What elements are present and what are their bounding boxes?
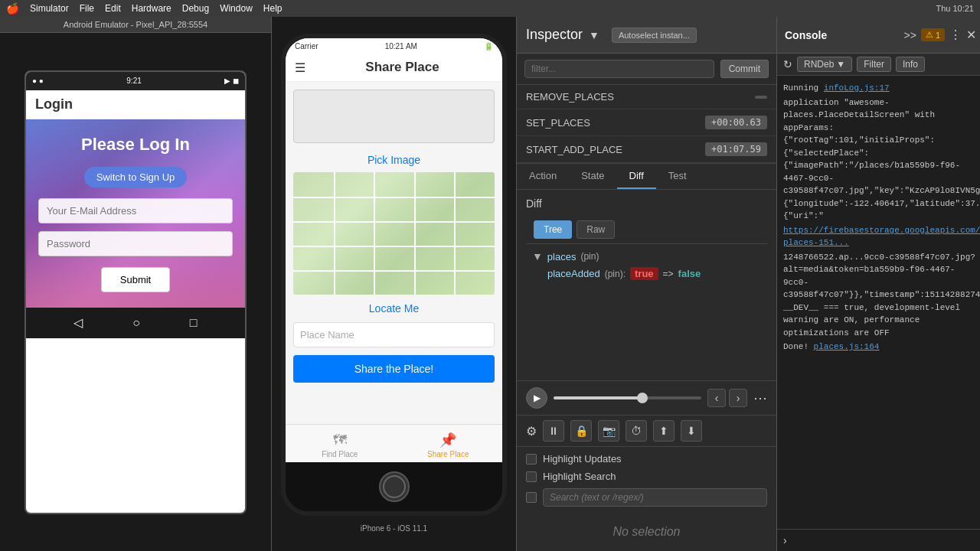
tab-find-place[interactable]: 🗺 Find Place xyxy=(286,429,394,458)
console-text-2: application "awesome-places.PlaceDetailS… xyxy=(783,98,980,221)
menu-debug[interactable]: Debug xyxy=(182,3,209,14)
menu-hardware[interactable]: Hardware xyxy=(132,3,172,14)
diff-label: Diff xyxy=(526,197,767,210)
action-item-remove-places[interactable]: REMOVE_PLACES xyxy=(517,85,776,109)
autoselect-button[interactable]: Autoselect instan... xyxy=(612,28,697,43)
subtab-tree[interactable]: Tree xyxy=(534,220,572,239)
tab-test[interactable]: Test xyxy=(656,164,699,189)
search-checkbox[interactable] xyxy=(526,492,537,503)
tab-share-place[interactable]: 📌 Share Place xyxy=(394,429,503,458)
inspector-title: Inspector xyxy=(526,27,583,43)
diff-value-true: true xyxy=(630,267,658,280)
android-emulator-title: Android Emulator - Pixel_API_28:5554 xyxy=(64,20,207,29)
inspector-dropdown-icon[interactable]: ▼ xyxy=(589,29,599,41)
pick-image-button[interactable]: Pick Image xyxy=(286,151,502,169)
next-action-button[interactable]: › xyxy=(729,389,747,407)
android-time: 9:21 xyxy=(126,77,141,85)
action-list: REMOVE_PLACES SET_PLACES +00:00.63 START… xyxy=(517,85,776,164)
rndeb-button[interactable]: RNDeb ▼ xyxy=(797,57,852,72)
search-regex-input[interactable] xyxy=(543,488,767,507)
inspector-filter-row: Commit xyxy=(517,54,776,85)
toolbar-screenshot-button[interactable]: 📷 xyxy=(598,420,619,442)
android-status-bar: ● ● 9:21 ▶ ◼ xyxy=(26,72,245,90)
ios-image-picker[interactable] xyxy=(293,90,495,143)
menu-window[interactable]: Window xyxy=(220,3,253,14)
tab-action[interactable]: Action xyxy=(517,164,569,189)
inspector-toolbar: ⚙ ⏸ 🔒 📷 ⏱ ⬆ ⬇ xyxy=(517,415,776,446)
menu-file[interactable]: File xyxy=(80,3,94,14)
switch-to-signup-button[interactable]: Switch to Sign Up xyxy=(84,167,188,187)
console-prompt-row: › xyxy=(777,529,980,551)
subtab-raw[interactable]: Raw xyxy=(577,220,615,239)
ios-status-bar: Carrier 10:21 AM 🔋 xyxy=(286,38,502,54)
action-time-remove-places xyxy=(755,96,767,99)
highlight-updates-setting: Highlight Updates xyxy=(526,453,767,465)
tab-diff[interactable]: Diff xyxy=(617,164,656,189)
diff-places-row: ▼ places (pin) xyxy=(532,250,767,262)
console-line-4: 1248766522.ap...9cc0-c39588f47c07.jpg?al… xyxy=(783,251,978,340)
ios-battery: 🔋 xyxy=(484,42,493,51)
console-refresh-button[interactable]: ↻ xyxy=(783,58,792,70)
menu-help[interactable]: Help xyxy=(263,3,283,14)
share-place-button[interactable]: Share the Place! xyxy=(293,355,495,383)
submit-button[interactable]: Submit xyxy=(101,267,170,292)
console-link-infolog[interactable]: infoLog.js:17 xyxy=(824,83,890,93)
action-time-start-add-place: +01:07.59 xyxy=(705,142,767,156)
back-button[interactable]: ◁ xyxy=(74,315,83,330)
main-tabs-row: Action State Diff Test xyxy=(517,164,776,190)
play-button[interactable]: ▶ xyxy=(526,387,547,409)
console-expand-button[interactable]: >> xyxy=(904,29,916,41)
locate-me-button[interactable]: Locate Me xyxy=(286,298,502,319)
home-button[interactable]: ○ xyxy=(132,316,140,330)
ios-home-button[interactable] xyxy=(379,471,410,502)
inspector-filter-input[interactable] xyxy=(524,60,714,78)
tab-share-place-label: Share Place xyxy=(427,450,469,458)
console-line-1: Running infoLog.js:17 xyxy=(783,82,978,95)
hamburger-icon[interactable]: ☰ xyxy=(295,60,305,75)
console-warning-badge[interactable]: ⚠ 1 xyxy=(921,28,945,41)
console-more-button[interactable]: ⋮ xyxy=(949,28,962,42)
filter-button[interactable]: Filter xyxy=(857,57,891,72)
progress-track[interactable] xyxy=(554,396,701,399)
console-close-button[interactable]: ✕ xyxy=(966,28,976,42)
menu-simulator[interactable]: Simulator xyxy=(30,3,69,14)
recents-button[interactable]: □ xyxy=(190,316,198,330)
settings-gear-icon[interactable]: ⚙ xyxy=(526,424,537,439)
action-item-start-add-place[interactable]: START_ADD_PLACE +01:07.59 xyxy=(517,136,776,163)
menu-edit[interactable]: Edit xyxy=(105,3,121,14)
place-name-input[interactable]: Place Name xyxy=(293,322,495,347)
android-device: ● ● 9:21 ▶ ◼ Login Please Log In Switch … xyxy=(0,33,271,551)
apple-menu[interactable]: 🍎 xyxy=(6,2,19,15)
toolbar-lock-button[interactable]: 🔒 xyxy=(570,420,592,442)
playback-more-button[interactable]: ⋯ xyxy=(753,390,767,406)
highlight-updates-checkbox[interactable] xyxy=(526,454,537,465)
toolbar-upload-button[interactable]: ⬆ xyxy=(653,420,675,442)
tab-state[interactable]: State xyxy=(569,164,616,189)
ios-app-title: Share Place xyxy=(312,60,493,75)
toolbar-timer-button[interactable]: ⏱ xyxy=(626,420,647,442)
ios-carrier: Carrier xyxy=(295,42,318,51)
console-link-places[interactable]: places.js:164 xyxy=(814,342,880,351)
toolbar-download-button[interactable]: ⬇ xyxy=(681,420,702,442)
commit-button[interactable]: Commit xyxy=(720,60,769,78)
highlight-search-checkbox[interactable] xyxy=(526,471,537,482)
diff-collapse-icon[interactable]: ▼ xyxy=(532,250,543,262)
console-link-firebase[interactable]: https://firebasestorage.googleapis.com/v… xyxy=(783,226,980,248)
android-panel: Android Emulator - Pixel_API_28:5554 ● ●… xyxy=(0,17,272,551)
password-input[interactable] xyxy=(38,231,233,256)
ios-home-inner xyxy=(383,475,406,498)
info-button[interactable]: Info xyxy=(896,57,925,72)
ios-device: Carrier 10:21 AM 🔋 ☰ Share Place Pick Im… xyxy=(281,34,507,516)
toolbar-pause-button[interactable]: ⏸ xyxy=(543,420,564,442)
email-input[interactable] xyxy=(38,198,233,223)
console-prompt-input[interactable] xyxy=(792,535,978,546)
action-name-set-places: SET_PLACES xyxy=(526,117,705,129)
action-item-set-places[interactable]: SET_PLACES +00:00.63 xyxy=(517,109,776,136)
ios-app-header: ☰ Share Place xyxy=(286,54,502,82)
find-place-icon: 🗺 xyxy=(333,432,347,448)
prev-action-button[interactable]: ‹ xyxy=(707,389,726,407)
highlight-search-label: Highlight Search xyxy=(543,471,616,482)
highlight-updates-label: Highlight Updates xyxy=(543,453,622,465)
tab-find-place-label: Find Place xyxy=(322,450,358,458)
subtabs-row: Tree Raw xyxy=(526,216,767,244)
